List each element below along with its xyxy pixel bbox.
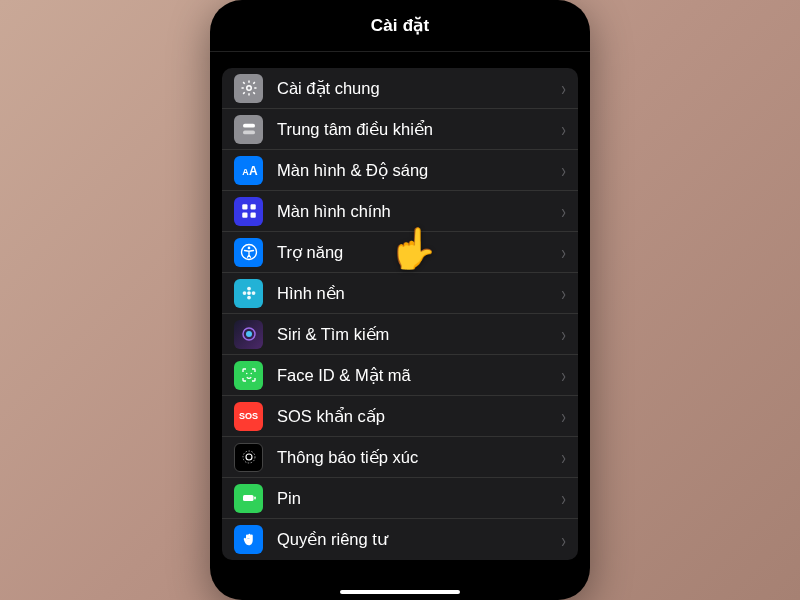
chevron-right-icon: › [561,364,566,386]
settings-row-display[interactable]: Màn hình & Độ sáng› [222,150,578,191]
grid-icon [234,197,263,226]
settings-list: Cài đặt chung›Trung tâm điều khiển›Màn h… [210,52,590,578]
toggles-icon [234,115,263,144]
pointer-hand-icon: 👆 [388,225,438,272]
sos-icon: SOS [234,402,263,431]
home-indicator[interactable] [340,590,460,595]
settings-row-face-id[interactable]: Face ID & Mật mã› [222,355,578,396]
chevron-right-icon: › [561,282,566,304]
nav-header: Cài đặt [210,0,590,52]
accessibility-icon [234,238,263,267]
settings-row-sos[interactable]: SOSSOS khẩn cấp› [222,396,578,437]
row-label: Face ID & Mật mã [277,366,555,385]
exposure-icon [234,443,263,472]
row-label: SOS khẩn cấp [277,407,555,426]
chevron-right-icon: › [561,323,566,345]
settings-row-siri[interactable]: Siri & Tìm kiếm› [222,314,578,355]
settings-group: Cài đặt chung›Trung tâm điều khiển›Màn h… [222,68,578,560]
flower-icon [234,279,263,308]
page-title: Cài đặt [371,15,430,36]
text-size-icon [234,156,263,185]
row-label: Siri & Tìm kiếm [277,325,555,344]
row-label: Quyền riêng tư [277,530,555,549]
row-label: Pin [277,489,555,508]
settings-row-battery[interactable]: Pin› [222,478,578,519]
chevron-right-icon: › [561,159,566,181]
row-label: Cài đặt chung [277,79,555,98]
battery-icon [234,484,263,513]
chevron-right-icon: › [561,528,566,550]
settings-row-wallpaper[interactable]: Hình nền› [222,273,578,314]
row-label: Thông báo tiếp xúc [277,448,555,467]
row-label: Màn hình & Độ sáng [277,161,555,180]
row-label: Trung tâm điều khiển [277,120,555,139]
chevron-right-icon: › [561,241,566,263]
faceid-icon [234,361,263,390]
chevron-right-icon: › [561,118,566,140]
row-label: Hình nền [277,284,555,303]
gear-icon [234,74,263,103]
hand-icon [234,525,263,554]
settings-row-exposure[interactable]: Thông báo tiếp xúc› [222,437,578,478]
chevron-right-icon: › [561,405,566,427]
settings-row-privacy[interactable]: Quyền riêng tư› [222,519,578,560]
phone-frame: Cài đặt Cài đặt chung›Trung tâm điều khi… [210,0,590,600]
settings-row-control-center[interactable]: Trung tâm điều khiển› [222,109,578,150]
siri-icon [234,320,263,349]
settings-row-general[interactable]: Cài đặt chung› [222,68,578,109]
chevron-right-icon: › [561,77,566,99]
row-label: Màn hình chính [277,202,555,221]
chevron-right-icon: › [561,200,566,222]
chevron-right-icon: › [561,446,566,468]
chevron-right-icon: › [561,487,566,509]
